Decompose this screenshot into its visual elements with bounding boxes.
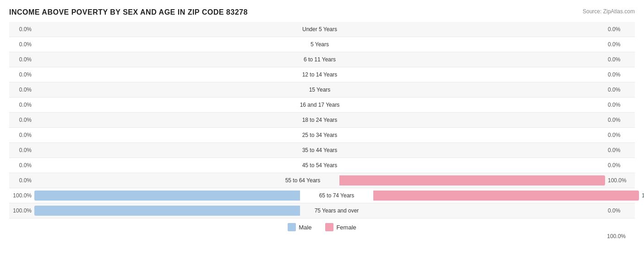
chart-row: 0.0% 25 to 34 Years 0.0% (9, 128, 635, 143)
male-value: 100.0% (9, 192, 34, 199)
male-value: 0.0% (9, 162, 34, 169)
age-label: 65 to 74 Years (300, 192, 373, 199)
left-bar-area (34, 113, 283, 127)
female-value: 0.0% (605, 71, 635, 78)
left-bar-area (34, 143, 283, 158)
male-bar (34, 206, 300, 216)
bottom-note: 100.0% (9, 233, 635, 240)
right-bar-area (356, 67, 605, 82)
chart-row: 0.0% 35 to 44 Years 0.0% (9, 143, 635, 158)
male-value: 0.0% (9, 117, 34, 123)
left-bar-area (34, 82, 283, 97)
age-label: 25 to 34 Years (283, 132, 356, 138)
female-value: 0.0% (605, 56, 635, 63)
female-value: 100.0% (639, 192, 644, 199)
left-bar-area (34, 203, 300, 218)
male-value: 0.0% (9, 56, 34, 63)
female-value: 0.0% (605, 102, 635, 108)
right-bar-area (356, 82, 605, 97)
legend-male-box (288, 223, 296, 231)
chart-rows: 0.0% Under 5 Years 0.0% 0.0% 5 Years 0.0… (9, 22, 635, 218)
chart-row: 100.0% 75 Years and over 0.0% (9, 203, 635, 218)
male-value: 0.0% (9, 41, 34, 48)
right-bar-area (356, 128, 605, 142)
right-bar-area (356, 158, 605, 173)
age-label: 18 to 24 Years (283, 117, 356, 123)
right-bar-area (356, 98, 605, 112)
age-label: 75 Years and over (300, 207, 373, 214)
chart-row: 0.0% Under 5 Years 0.0% (9, 22, 635, 37)
female-value: 0.0% (605, 207, 635, 214)
right-bar-area (356, 113, 605, 127)
legend-male-label: Male (299, 224, 311, 231)
age-label: 16 and 17 Years (283, 102, 356, 108)
chart-title: INCOME ABOVE POVERTY BY SEX AND AGE IN Z… (9, 8, 248, 16)
male-value: 0.0% (9, 71, 34, 78)
right-bar-area (373, 203, 605, 218)
age-label: 45 to 54 Years (283, 162, 356, 169)
female-value: 0.0% (605, 87, 635, 93)
male-value: 0.0% (9, 87, 34, 93)
left-bar-area (34, 158, 283, 173)
male-value: 0.0% (9, 147, 34, 153)
age-label: 35 to 44 Years (283, 147, 356, 153)
chart-row: 0.0% 6 to 11 Years 0.0% (9, 52, 635, 67)
male-bar (34, 191, 300, 201)
left-bar-area (34, 128, 283, 142)
right-bar-area (373, 188, 639, 203)
female-value: 0.0% (605, 41, 635, 48)
chart-container: INCOME ABOVE POVERTY BY SEX AND AGE IN Z… (0, 0, 644, 253)
left-bar-area (34, 67, 283, 82)
left-bar-area (34, 37, 283, 52)
left-bar-area (34, 52, 283, 67)
male-value: 0.0% (9, 177, 34, 184)
age-label: 6 to 11 Years (283, 56, 356, 63)
age-label: 55 to 64 Years (266, 177, 339, 184)
female-value: 0.0% (605, 117, 635, 123)
right-bar-area (356, 22, 605, 37)
male-value: 0.0% (9, 102, 34, 108)
chart-row: 0.0% 55 to 64 Years 100.0% (9, 173, 635, 188)
chart-row: 0.0% 5 Years 0.0% (9, 37, 635, 52)
right-bar-area (339, 173, 605, 188)
right-bar-area (356, 52, 605, 67)
chart-legend: Male Female (9, 223, 635, 231)
legend-male: Male (288, 223, 311, 231)
male-value: 0.0% (9, 26, 34, 33)
chart-header: INCOME ABOVE POVERTY BY SEX AND AGE IN Z… (9, 8, 635, 16)
legend-female-box (325, 223, 333, 231)
chart-row: 100.0% 65 to 74 Years 100.0% (9, 188, 635, 203)
legend-female: Female (325, 223, 356, 231)
right-bar-area (356, 143, 605, 158)
female-value: 0.0% (605, 147, 635, 153)
female-value: 0.0% (605, 132, 635, 138)
left-bar-area (34, 98, 283, 112)
chart-row: 0.0% 16 and 17 Years 0.0% (9, 98, 635, 113)
left-bar-area (34, 22, 283, 37)
left-bar-area (34, 173, 266, 188)
legend-female-label: Female (336, 224, 356, 231)
female-value: 0.0% (605, 26, 635, 33)
chart-row: 0.0% 45 to 54 Years 0.0% (9, 158, 635, 173)
female-bar (373, 191, 639, 201)
age-label: 5 Years (283, 41, 356, 48)
chart-row: 0.0% 12 to 14 Years 0.0% (9, 67, 635, 82)
age-label: 15 Years (283, 87, 356, 93)
chart-row: 0.0% 18 to 24 Years 0.0% (9, 113, 635, 128)
age-label: 12 to 14 Years (283, 71, 356, 78)
female-bar (339, 175, 605, 185)
age-label: Under 5 Years (283, 26, 356, 33)
female-value: 100.0% (605, 177, 635, 184)
female-value: 0.0% (605, 162, 635, 169)
right-bar-area (356, 37, 605, 52)
left-bar-area (34, 188, 300, 203)
chart-source: Source: ZipAtlas.com (583, 8, 635, 15)
male-value: 0.0% (9, 132, 34, 138)
chart-row: 0.0% 15 Years 0.0% (9, 82, 635, 98)
male-value: 100.0% (9, 207, 34, 214)
